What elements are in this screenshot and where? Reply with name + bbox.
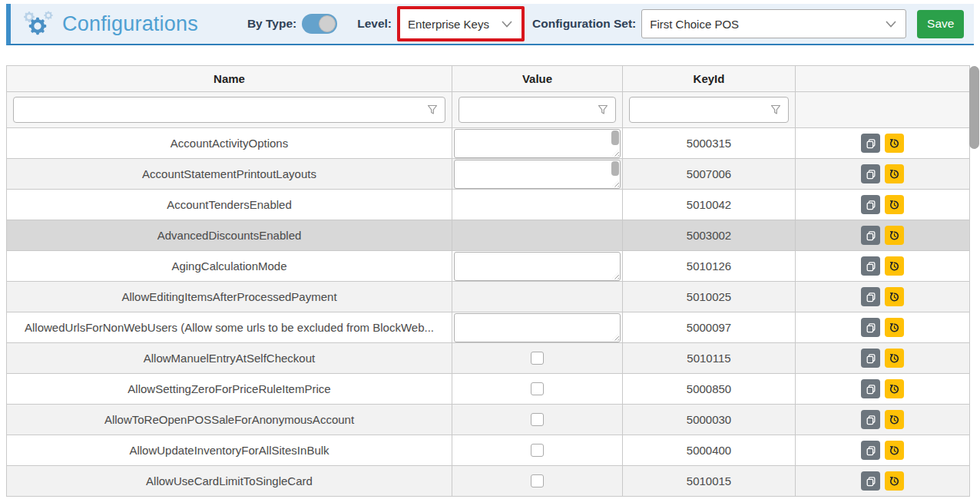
table-row[interactable]: AdvancedDiscountsEnabled5003002 [7,220,970,251]
history-button[interactable] [885,287,904,306]
by-type-toggle[interactable] [302,14,337,34]
config-table-body: AccountActivityOptions5000315AccountStat… [7,128,970,497]
table-row[interactable]: AllowUseCardLimitToSingleCard5010015 [7,466,970,497]
history-restore-icon [889,383,900,395]
table-row[interactable]: AllowUpdateInventoryForAllSitesInBulk500… [7,435,970,466]
resize-handle-icon[interactable] [612,150,619,157]
config-name: AccountActivityOptions [7,128,452,159]
filter-funnel-icon[interactable] [598,104,608,115]
copy-icon [866,169,876,180]
table-row[interactable]: AllowManuelEntryAtSelfCheckout5010115 [7,343,970,374]
value-checkbox[interactable] [531,352,544,365]
table-row[interactable]: AccountActivityOptions5000315 [7,128,970,159]
table-row[interactable]: AccountTendersEnabled5010042 [7,190,970,220]
config-value-cell [452,405,623,435]
scrollbar-thumb[interactable] [969,66,979,149]
table-row[interactable]: AllowedUrlsForNonWebUsers (Allow some ur… [7,312,970,343]
table-row[interactable]: AllowSettingZeroForPriceRuleItemPrice500… [7,374,970,405]
filter-funnel-icon[interactable] [427,104,438,115]
copy-icon [866,353,876,364]
table-row[interactable]: AgingCalculationMode5010126 [7,251,970,282]
history-button[interactable] [885,471,904,491]
toggle-knob[interactable] [319,15,336,32]
config-value-cell [452,374,623,405]
copy-button[interactable] [861,379,880,398]
resize-handle-icon[interactable] [612,334,619,341]
keyid-cell: 5000400 [623,435,796,466]
copy-button[interactable] [861,471,880,491]
value-textarea[interactable] [454,313,621,342]
history-restore-icon [889,199,900,210]
config-value-cell [452,466,623,497]
table-row[interactable]: AccountStatementPrintoutLayouts5007006 [7,159,970,190]
save-button[interactable]: Save [917,10,964,38]
config-name: AllowUseCardLimitToSingleCard [7,466,452,497]
column-header-name[interactable]: Name [7,66,452,92]
textarea-scrollbar-thumb[interactable] [611,131,619,145]
level-select[interactable]: Enterprise Keys [400,9,521,38]
copy-icon [866,200,876,210]
history-button[interactable] [885,318,904,337]
value-filter-input[interactable] [459,97,615,122]
value-checkbox[interactable] [531,382,544,395]
config-value-cell [452,435,623,466]
row-actions [796,282,970,312]
column-header-keyid[interactable]: KeyId [623,66,796,92]
history-button[interactable] [885,441,904,460]
history-restore-icon [889,352,900,364]
history-button[interactable] [885,256,904,276]
history-button[interactable] [885,379,904,398]
value-textarea[interactable] [454,252,621,281]
config-name: AdvancedDiscountsEnabled [7,220,452,251]
textarea-scrollbar-thumb[interactable] [611,161,619,176]
config-set-select[interactable]: First Choice POS [641,9,906,38]
name-filter [13,97,445,123]
copy-button[interactable] [861,349,880,368]
config-value-cell [452,282,623,312]
copy-button[interactable] [861,226,880,245]
history-button[interactable] [885,410,904,429]
copy-button[interactable] [861,195,880,214]
row-actions [796,159,970,190]
chevron-down-icon [502,21,512,28]
copy-icon [866,230,876,241]
name-filter-input[interactable] [14,97,445,122]
column-header-value[interactable]: Value [452,66,623,92]
history-button[interactable] [885,134,904,153]
copy-icon [866,292,876,302]
row-actions [796,374,970,405]
value-checkbox[interactable] [531,474,544,487]
resize-handle-icon[interactable] [612,180,619,187]
table-scrollbar[interactable] [969,66,979,499]
filter-funnel-icon[interactable] [770,104,781,115]
chevron-down-icon [886,21,896,28]
copy-button[interactable] [861,287,880,306]
copy-button[interactable] [861,256,880,276]
history-button[interactable] [885,195,904,214]
copy-button[interactable] [861,318,880,337]
history-button[interactable] [885,349,904,368]
keyid-filter-input[interactable] [630,97,788,122]
table-row[interactable]: AllowEditingItemsAfterProcessedPayment50… [7,282,970,312]
history-button[interactable] [885,164,904,183]
copy-button[interactable] [861,441,880,460]
config-name: AllowEditingItemsAfterProcessedPayment [7,282,452,312]
copy-button[interactable] [861,164,880,183]
page-header: Configurations By Type: Level: Enterpris… [6,4,974,45]
row-actions [796,343,970,374]
history-restore-icon [889,414,900,425]
resize-handle-icon[interactable] [612,273,619,279]
column-header-actions [796,66,970,92]
copy-button[interactable] [861,410,880,429]
copy-icon [866,476,876,487]
value-checkbox[interactable] [531,444,544,457]
copy-icon [866,415,876,425]
keyid-cell: 5000030 [623,405,796,435]
table-row[interactable]: AllowToReOpenPOSSaleForAnonymousAccount5… [7,405,970,435]
value-textarea[interactable] [454,129,621,158]
value-textarea[interactable] [454,160,621,189]
value-checkbox[interactable] [531,413,544,426]
history-button[interactable] [885,226,904,245]
history-restore-icon [889,444,900,456]
copy-button[interactable] [861,134,880,153]
